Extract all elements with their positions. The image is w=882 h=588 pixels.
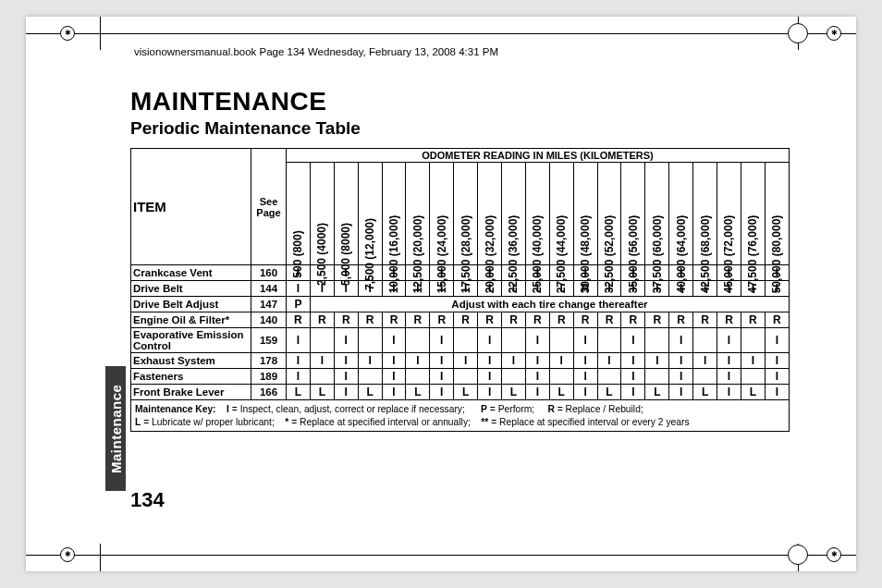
cell-value: I bbox=[669, 369, 693, 385]
cell-value: I bbox=[382, 369, 406, 385]
row-item-name: Crankcase Vent bbox=[131, 265, 251, 281]
cell-value: I bbox=[765, 353, 789, 369]
cell-value: L bbox=[406, 385, 430, 400]
cell-value: R bbox=[525, 312, 549, 328]
cell-value bbox=[310, 369, 334, 385]
cell-value: I bbox=[478, 385, 502, 400]
cell-value: R bbox=[454, 312, 478, 328]
cell-value bbox=[358, 369, 382, 385]
table-row: Fasteners189IIIIIIIIIII bbox=[131, 369, 790, 385]
cell-value: R bbox=[645, 312, 669, 328]
table-row: Drive Belt Adjust147PAdjust with each ti… bbox=[131, 297, 790, 312]
col-mileage: 27,500 (44,000) bbox=[549, 163, 573, 265]
cell-value: L bbox=[741, 385, 765, 400]
cell-value: I bbox=[334, 353, 358, 369]
row-item-name: Drive Belt bbox=[131, 281, 251, 297]
cell-value: I bbox=[669, 385, 693, 400]
col-mileage: 12,500 (20,000) bbox=[406, 163, 430, 265]
cell-value: R bbox=[573, 312, 597, 328]
cell-value bbox=[454, 328, 478, 353]
cell-value: I bbox=[573, 369, 597, 385]
cell-value: I bbox=[525, 369, 549, 385]
col-mileage: 35,000 (56,000) bbox=[621, 163, 645, 265]
cell-value: R bbox=[502, 312, 526, 328]
cell-value: R bbox=[310, 312, 334, 328]
cell-value: I bbox=[669, 353, 693, 369]
cell-value: I bbox=[478, 328, 502, 353]
cell-adjust-note: Adjust with each tire change thereafter bbox=[310, 297, 789, 312]
cell-value: R bbox=[334, 312, 358, 328]
cell-value bbox=[454, 369, 478, 385]
cell-value: R bbox=[382, 312, 406, 328]
col-mileage: 40,000 (64,000) bbox=[669, 163, 693, 265]
side-tab-maintenance: Maintenance bbox=[105, 366, 126, 491]
row-item-name: Drive Belt Adjust bbox=[131, 297, 251, 312]
col-mileage: 50,000 (80,000) bbox=[765, 163, 789, 265]
page-number: 134 bbox=[130, 488, 165, 512]
crop-mark-icon bbox=[827, 26, 841, 41]
col-mileage: 42,500 (68,000) bbox=[693, 163, 717, 265]
table-row: Front Brake Lever166LLILILILILILILILILIL… bbox=[131, 385, 790, 400]
cell-value: I bbox=[287, 281, 311, 297]
cell-value: L bbox=[693, 385, 717, 400]
maintenance-key: Maintenance Key: I = Inspect, clean, adj… bbox=[131, 400, 790, 432]
cell-value: I bbox=[454, 353, 478, 369]
cell-value: L bbox=[310, 385, 334, 400]
cell-value: I bbox=[717, 328, 741, 353]
cell-value: I bbox=[693, 353, 717, 369]
cell-value: I bbox=[334, 328, 358, 353]
table-row: Evaporative Emission Control159IIIIIIIII… bbox=[131, 328, 790, 353]
cell-value bbox=[693, 328, 717, 353]
col-mileage: 30,000 (48,000) bbox=[573, 163, 597, 265]
col-mileage: 47,500 (76,000) bbox=[741, 163, 765, 265]
doc-meta-header: visionownersmanual.book Page 134 Wednesd… bbox=[134, 46, 498, 57]
cell-value: I bbox=[382, 385, 406, 400]
col-mileage: 2,500 (4000) bbox=[310, 163, 334, 265]
cell-value bbox=[549, 369, 573, 385]
cell-value bbox=[645, 328, 669, 353]
cell-value: I bbox=[478, 369, 502, 385]
row-item-name: Evaporative Emission Control bbox=[131, 328, 251, 353]
cell-value: I bbox=[597, 353, 621, 369]
cell-value: I bbox=[430, 353, 454, 369]
cell-value: R bbox=[287, 312, 311, 328]
cell-value: I bbox=[669, 328, 693, 353]
col-mileage: 15,000 (24,000) bbox=[430, 163, 454, 265]
col-mileage: 500 (800) bbox=[287, 163, 311, 265]
cell-value bbox=[406, 328, 430, 353]
row-page: 140 bbox=[251, 312, 287, 328]
cell-value: R bbox=[741, 312, 765, 328]
cell-value: I bbox=[717, 385, 741, 400]
cell-value: I bbox=[334, 369, 358, 385]
maintenance-table: ITEM See Page ODOMETER READING IN MILES … bbox=[130, 148, 790, 432]
row-page: 166 bbox=[251, 385, 287, 400]
cell-value: L bbox=[645, 385, 669, 400]
cell-value: R bbox=[669, 312, 693, 328]
cell-value: R bbox=[717, 312, 741, 328]
cell-value: R bbox=[358, 312, 382, 328]
cell-value: R bbox=[765, 312, 789, 328]
cell-value: I bbox=[430, 328, 454, 353]
col-mileage: 25,000 (40,000) bbox=[525, 163, 549, 265]
crop-mark-icon bbox=[788, 23, 808, 43]
col-mileage: 20,000 (32,000) bbox=[478, 163, 502, 265]
cell-value: I bbox=[621, 385, 645, 400]
col-mileage: 7,500 (12,000) bbox=[358, 163, 382, 265]
cell-value: I bbox=[765, 328, 789, 353]
cell-value: R bbox=[549, 312, 573, 328]
cell-value: I bbox=[717, 353, 741, 369]
row-page: 147 bbox=[251, 297, 287, 312]
cell-value: I bbox=[549, 353, 573, 369]
cell-value: I bbox=[573, 385, 597, 400]
cell-value: R bbox=[693, 312, 717, 328]
row-page: 160 bbox=[251, 265, 287, 281]
row-item-name: Front Brake Lever bbox=[131, 385, 251, 400]
cell-value bbox=[502, 369, 526, 385]
cell-value bbox=[310, 328, 334, 353]
cell-value: L bbox=[358, 385, 382, 400]
table-row: Engine Oil & Filter*140RRRRRRRRRRRRRRRRR… bbox=[131, 312, 790, 328]
cell-value: P bbox=[287, 297, 311, 312]
col-mileage: 32,500 (52,000) bbox=[597, 163, 621, 265]
cell-value: L bbox=[597, 385, 621, 400]
cell-value: I bbox=[621, 353, 645, 369]
